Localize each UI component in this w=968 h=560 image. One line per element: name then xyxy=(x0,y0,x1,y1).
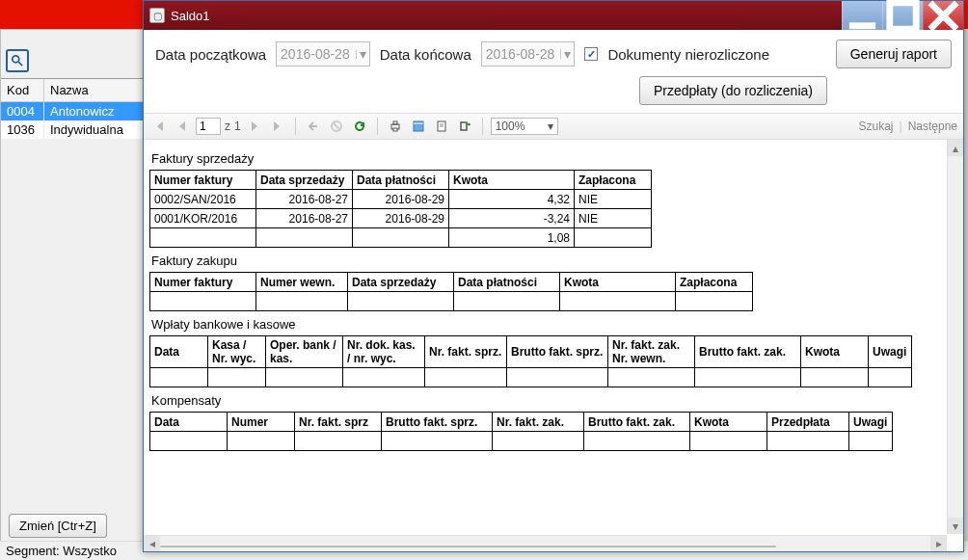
back-icon[interactable] xyxy=(304,117,323,136)
scroll-down-icon[interactable]: ▾ xyxy=(948,518,963,534)
svg-line-1 xyxy=(18,62,22,66)
report-toolbar: z 1 100%▾ Szukaj | Następne xyxy=(144,113,963,140)
end-date-picker[interactable]: 2016-08-28 ▾ xyxy=(481,41,576,67)
table-row xyxy=(150,292,753,311)
start-date-label: Data początkowa xyxy=(155,46,266,63)
refresh-icon[interactable] xyxy=(350,117,369,136)
change-button[interactable]: Zmień [Ctr+Z] xyxy=(9,514,107,538)
svg-rect-16 xyxy=(461,122,467,130)
purchase-title: Faktury zakupu xyxy=(151,253,950,268)
find-next-label[interactable]: Następne xyxy=(908,120,957,133)
find-label[interactable]: Szukaj xyxy=(858,120,893,133)
left-panel: Kod Nazwa 0004 Antonowicz 1036 Indywidua… xyxy=(0,29,145,560)
table-row[interactable]: 1036 Indywidualna xyxy=(1,120,144,139)
table-row xyxy=(150,368,912,387)
unreconciled-checkbox[interactable]: ✓ xyxy=(584,47,598,61)
table-row: 1,08 xyxy=(150,228,652,248)
chevron-down-icon: ▾ xyxy=(356,49,365,59)
purchase-table: Numer faktury Numer wewn. Data sprzedaży… xyxy=(149,272,753,311)
vertical-scrollbar[interactable]: ▴ ▾ xyxy=(947,140,963,534)
customer-grid[interactable]: Kod Nazwa 0004 Antonowicz 1036 Indywidua… xyxy=(1,78,144,139)
table-row[interactable]: 0004 Antonowicz xyxy=(1,102,144,120)
prepayments-button[interactable]: Przedpłaty (do rozliczenia) xyxy=(639,76,827,105)
stop-icon[interactable] xyxy=(327,117,346,136)
svg-rect-3 xyxy=(890,2,916,28)
prev-page-icon[interactable] xyxy=(173,117,192,136)
titlebar[interactable]: ▢ Saldo1 xyxy=(144,1,963,30)
col-kod[interactable]: Kod xyxy=(1,79,44,102)
export-icon[interactable] xyxy=(455,117,474,136)
payments-table: Data Kasa / Nr. wyc. Oper. bank / kas. N… xyxy=(149,335,912,387)
scroll-left-icon[interactable]: ◂ xyxy=(144,536,160,551)
scroll-thumb[interactable] xyxy=(160,546,776,547)
saldo-window: ▢ Saldo1 Data początkowa 2016-08-28 ▾ Da… xyxy=(143,0,964,552)
table-row xyxy=(150,432,893,451)
search-icon[interactable] xyxy=(6,49,29,72)
table-row: 0001/KOR/2016 2016-08-27 2016-08-29 -3,2… xyxy=(150,209,652,228)
scroll-up-icon[interactable]: ▴ xyxy=(948,140,963,156)
last-page-icon[interactable] xyxy=(268,117,287,136)
table-row: 0002/SAN/2016 2016-08-27 2016-08-29 4,32… xyxy=(150,190,652,209)
payments-title: Wpłaty bankowe i kasowe xyxy=(151,317,950,332)
close-button[interactable] xyxy=(923,1,963,30)
page-input[interactable] xyxy=(196,118,221,135)
page-setup-icon[interactable] xyxy=(432,117,451,136)
layout-icon[interactable] xyxy=(409,117,428,136)
first-page-icon[interactable] xyxy=(149,117,169,136)
svg-line-7 xyxy=(334,123,339,129)
maximize-button[interactable] xyxy=(882,1,923,30)
sales-title: Faktury sprzedaży xyxy=(151,151,950,166)
svg-rect-9 xyxy=(393,121,397,124)
start-date-picker[interactable]: 2016-08-28 ▾ xyxy=(276,41,370,67)
print-icon[interactable] xyxy=(386,117,405,136)
svg-rect-10 xyxy=(393,128,397,131)
unreconciled-label: Dokumenty nierozliczone xyxy=(607,46,769,63)
sales-table: Numer faktury Data sprzedaży Data płatno… xyxy=(149,170,652,248)
svg-point-0 xyxy=(13,56,19,63)
col-nazwa[interactable]: Nazwa xyxy=(44,79,144,102)
generate-report-button[interactable]: Generuj raport xyxy=(836,40,952,68)
offsets-table: Data Numer Nr. fakt. sprz Brutto fakt. s… xyxy=(149,412,893,451)
app-icon: ▢ xyxy=(149,8,165,23)
zoom-select[interactable]: 100%▾ xyxy=(491,118,558,135)
chevron-down-icon: ▾ xyxy=(560,49,570,59)
scroll-right-icon[interactable]: ▸ xyxy=(930,536,947,551)
report-viewer[interactable]: Faktury sprzedaży Numer faktury Data spr… xyxy=(144,140,963,551)
horizontal-scrollbar[interactable]: ◂ ▸ xyxy=(144,535,947,551)
end-date-label: Data końcowa xyxy=(380,46,471,63)
next-page-icon[interactable] xyxy=(245,117,264,136)
window-title: Saldo1 xyxy=(171,9,209,23)
minimize-button[interactable] xyxy=(842,1,882,30)
offsets-title: Kompensaty xyxy=(151,393,950,408)
